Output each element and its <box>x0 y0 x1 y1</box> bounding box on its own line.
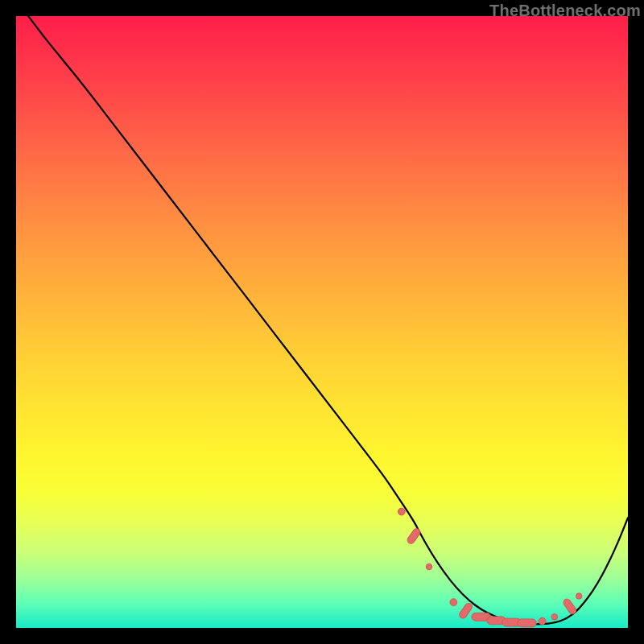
chart-gradient-background <box>16 16 628 628</box>
chart-frame <box>16 16 628 628</box>
